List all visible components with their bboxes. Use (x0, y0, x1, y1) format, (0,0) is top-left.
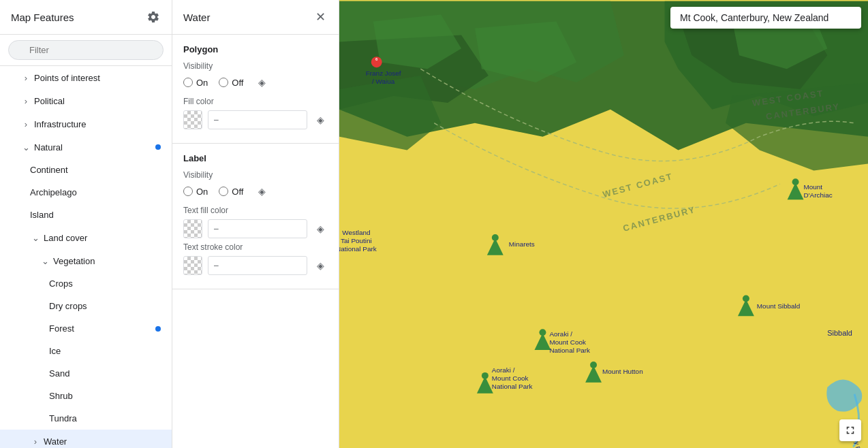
chevron-down-icon: ⌄ (20, 142, 31, 153)
sidebar-item-tundra[interactable]: Tundra (0, 407, 172, 430)
sidebar-item-vegetation[interactable]: ⌄ Vegetation (0, 249, 172, 272)
sidebar-item-continent[interactable]: Continent (0, 159, 172, 181)
sidebar-item-label: Tundra (49, 413, 77, 423)
close-icon[interactable]: ✕ (313, 10, 328, 25)
sidebar-item-natural[interactable]: ⌄ Natural (0, 135, 172, 159)
label-section: Label Visibility On Off ◈ Text fill colo… (172, 144, 339, 289)
svg-text:Franz Josef: Franz Josef (366, 69, 401, 77)
text-stroke-value[interactable]: – (208, 256, 307, 275)
text-fill-color-row: – ◈ (183, 219, 328, 238)
svg-text:Mount Hutton: Mount Hutton (602, 368, 643, 375)
nav-list: › Points of interest › Political › Infra… (0, 66, 172, 448)
svg-point-27 (482, 372, 489, 379)
text-fill-swatch[interactable] (183, 219, 202, 238)
svg-text:D'Archiac: D'Archiac (803, 191, 832, 199)
label-visibility-group: On Off ◈ (183, 184, 328, 199)
fullscreen-button[interactable] (839, 419, 861, 441)
chevron-down-icon: ⌄ (40, 255, 50, 266)
sidebar-item-water[interactable]: › Water (0, 430, 172, 448)
forest-dot (155, 326, 161, 332)
svg-point-15 (792, 178, 799, 185)
map-canvas[interactable]: WEST COAST CANTERBURY WEST COAST CANTERB… (339, 0, 868, 448)
detail-header: Water ✕ (172, 0, 339, 35)
fill-color-swatch[interactable] (183, 110, 202, 129)
label-visibility-label: Visibility (183, 170, 328, 180)
fill-color-row: – ◈ (183, 110, 328, 129)
text-stroke-swatch[interactable] (183, 256, 202, 275)
polygon-visibility-off[interactable]: Off (219, 78, 243, 88)
chevron-right-icon: › (30, 436, 41, 447)
polygon-visibility-group: On Off ◈ (183, 75, 328, 90)
sidebar-item-label: Infrastructure (34, 119, 87, 129)
sidebar-item-sand[interactable]: Sand (0, 362, 172, 385)
visibility-label: Visibility (183, 61, 328, 71)
sidebar-item-label: Archipelago (30, 187, 77, 197)
fill-color-value[interactable]: – (208, 110, 307, 129)
sidebar-item-label: Sand (49, 368, 69, 379)
sidebar-item-points-of-interest[interactable]: › Points of interest (0, 66, 172, 89)
label-visibility-diamond[interactable]: ◈ (254, 184, 269, 199)
svg-text:National Park: National Park (339, 245, 377, 253)
sidebar-item-label: Political (34, 96, 65, 106)
chevron-right-icon: › (20, 118, 31, 129)
sidebar-item-label: Island (30, 210, 54, 220)
sidebar-item-label: Ice (49, 346, 61, 356)
sidebar-item-infrastructure[interactable]: › Infrastructure (0, 112, 172, 135)
on-label: On (196, 187, 208, 197)
sidebar-item-label: Continent (30, 165, 68, 175)
svg-text:Mount Cook: Mount Cook (549, 338, 586, 346)
svg-point-12 (492, 234, 499, 241)
sidebar-item-label: Natural (34, 142, 63, 153)
sidebar-item-shrub[interactable]: Shrub (0, 385, 172, 407)
map-svg: WEST COAST CANTERBURY WEST COAST CANTERB… (339, 0, 868, 448)
search-value: Mt Cook, Canterbury, New Zealand (680, 12, 828, 23)
natural-dot (155, 144, 161, 150)
sidebar-item-label: Points of interest (34, 73, 100, 83)
fill-color-diamond[interactable]: ◈ (313, 112, 328, 127)
svg-text:Tai Poutini: Tai Poutini (341, 237, 372, 244)
sidebar-item-ice[interactable]: Ice (0, 340, 172, 362)
svg-text:Minarets: Minarets (509, 240, 535, 248)
filter-bar (0, 35, 172, 66)
chevron-down-icon: ⌄ (30, 232, 41, 243)
svg-text:Mount Sibbald: Mount Sibbald (757, 302, 801, 310)
search-bar[interactable]: Mt Cook, Canterbury, New Zealand (670, 7, 861, 29)
filter-input[interactable] (8, 40, 164, 60)
svg-text:CANTERBURY: CANTERBURY (622, 204, 697, 234)
sidebar-item-island[interactable]: Island (0, 204, 172, 226)
polygon-section-title: Polygon (183, 44, 328, 54)
label-visibility-on[interactable]: On (183, 187, 208, 197)
sidebar-title: Map Features (11, 12, 74, 23)
svg-text:/ Waiua: / Waiua (372, 78, 395, 85)
text-fill-color-label: Text fill color (183, 206, 328, 215)
sidebar-item-archipelago[interactable]: Archipelago (0, 181, 172, 204)
off-label: Off (232, 187, 243, 197)
text-stroke-color-label: Text stroke color (183, 242, 328, 252)
svg-text:WEST COAST: WEST COAST (602, 171, 674, 199)
sidebar-item-land-cover[interactable]: ⌄ Land cover (0, 226, 172, 249)
sidebar-item-label: Crops (49, 278, 73, 289)
sidebar-item-crops[interactable]: Crops (0, 272, 172, 295)
svg-text:Westland: Westland (342, 229, 370, 236)
svg-point-22 (539, 329, 546, 336)
sidebar-item-political[interactable]: › Political (0, 89, 172, 112)
off-label: Off (232, 78, 243, 88)
sidebar-item-label: Forest (49, 323, 74, 334)
polygon-section: Polygon Visibility On Off ◈ Fill color –… (172, 35, 339, 144)
sidebar-item-label: Dry crops (49, 301, 87, 311)
on-label: On (196, 78, 208, 88)
text-fill-value[interactable]: – (208, 219, 307, 238)
sidebar-item-forest[interactable]: Forest (0, 317, 172, 340)
text-fill-diamond[interactable]: ◈ (313, 221, 328, 236)
filter-wrapper (8, 40, 164, 60)
sidebar-item-dry-crops[interactable]: Dry crops (0, 295, 172, 317)
polygon-visibility-on[interactable]: On (183, 78, 208, 88)
label-visibility-off[interactable]: Off (219, 187, 243, 197)
gear-icon[interactable] (146, 10, 161, 25)
label-section-title: Label (183, 153, 328, 163)
polygon-visibility-diamond[interactable]: ◈ (254, 75, 269, 90)
text-stroke-color-row: – ◈ (183, 256, 328, 275)
text-stroke-diamond[interactable]: ◈ (313, 258, 328, 273)
map-area: WEST COAST CANTERBURY WEST COAST CANTERB… (339, 0, 868, 448)
svg-point-19 (743, 295, 749, 302)
